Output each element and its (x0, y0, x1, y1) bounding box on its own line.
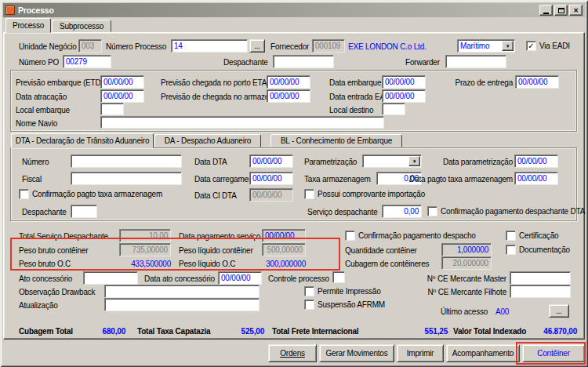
documentacao-checkbox[interactable]: Documentação (506, 245, 570, 255)
data-carregamento-field[interactable]: 00/00/00 (249, 172, 293, 185)
data-pag-servico-field[interactable]: 00/00/00 (262, 229, 306, 242)
processo-window: Processo ✕ Processo Subprocesso Unidade … (0, 0, 588, 367)
ordens-button[interactable]: Ordens (268, 344, 317, 362)
previsao-embarque-label: Previsão embarque (ETD) (16, 78, 103, 87)
quantidade-conteiner-field[interactable]: 1,000000 (441, 243, 492, 256)
local-destino-label: Local destino (329, 106, 373, 114)
despachante-field[interactable] (273, 55, 334, 68)
conf-pag-despacho-label: Confirmação pagamento despacho (358, 231, 476, 240)
quantidade-conteiner-label: Quantidade contêiner (345, 246, 417, 255)
forwarder-label: Forwarder (405, 58, 440, 67)
acompanhamento-button[interactable]: Acompanhamento (446, 344, 520, 362)
close-icon: ✕ (573, 7, 579, 14)
numero-po-field[interactable]: 00279 (63, 55, 111, 68)
permite-impressao-checkbox[interactable]: Permite Impressão (304, 286, 381, 296)
ultimo-acesso-label: Último acesso (441, 307, 488, 316)
numero-po-label: Número PO (19, 58, 59, 67)
dta-numero-field[interactable] (71, 154, 182, 168)
valor-total-indexado-value: 46.870,00 (533, 327, 577, 336)
data-dta-field[interactable]: 00/00/00 (249, 154, 293, 168)
modal-combobox[interactable]: Marítimo ▼ (457, 39, 515, 53)
data-ato-field[interactable]: 00/00/00 (218, 271, 262, 285)
via-eadi-label: Via EADI (539, 41, 570, 50)
numero-processo-browse-button[interactable]: ... (249, 39, 265, 53)
data-pagto-taxa-field[interactable]: 00/00/00 (514, 172, 558, 185)
ce-mercante-filhote-field[interactable] (510, 285, 571, 298)
gerar-movimentos-button[interactable]: Gerar Movimentos (319, 344, 394, 362)
observacao-drawback-field[interactable] (104, 285, 260, 298)
possui-comprovante-checkbox[interactable]: Possui comprovante importação (304, 189, 425, 199)
dropdown-arrow-icon[interactable]: ▼ (408, 156, 420, 166)
data-ci-dta-field[interactable]: 00/00/00 (249, 188, 293, 202)
unidade-negocio-field[interactable]: 003 (78, 39, 102, 53)
data-embarque-field[interactable]: 00/00/00 (382, 75, 426, 89)
data-embarque-label: Data embarque (329, 78, 381, 87)
conf-pag-despachante-checkbox[interactable]: Confirmação pagamento despachante DTA (427, 206, 585, 216)
total-servico-label: Total Serviço Despachante (19, 232, 108, 241)
minimize-button[interactable] (539, 5, 553, 16)
numero-processo-field[interactable]: 14 (171, 39, 248, 53)
data-pag-servico-label: Data pagamento serviço (179, 232, 260, 241)
previsao-chegada-porto-field[interactable]: 00/00/00 (267, 75, 310, 89)
peso-bruto-oc-value: 433,500000 (119, 260, 171, 268)
conteiner-button[interactable]: Contêiner (522, 344, 585, 362)
previsao-embarque-field[interactable]: 00/00/00 (100, 75, 144, 89)
window-title: Processo (18, 5, 536, 15)
ultimo-acesso-browse-button[interactable]: ... (549, 304, 569, 318)
controle-processo-field[interactable] (332, 271, 345, 283)
checkbox-unchecked (19, 189, 29, 199)
dta-despachante-label: Despachante (22, 208, 67, 216)
local-embarque-field[interactable] (100, 103, 124, 115)
fornecedor-field[interactable]: 000109 (312, 39, 345, 53)
data-parametrizacao-field[interactable]: 00/00/00 (514, 154, 558, 168)
prazo-entrega-field[interactable]: 00/00/00 (515, 75, 559, 89)
servico-despachante-field[interactable]: 0,00 (382, 205, 422, 218)
suspensao-afrmm-label: Suspensão AFRMM (318, 300, 385, 309)
ato-concessorio-field[interactable] (83, 271, 138, 285)
nome-navio-field[interactable] (100, 116, 384, 129)
parametrizacao-combobox[interactable]: ▼ (362, 154, 422, 168)
total-taxa-capatazia-label: Total Taxa Capatazia (137, 327, 210, 336)
ce-mercante-master-label: Nº CE Mercante Master (427, 274, 506, 283)
imprimir-button[interactable]: Imprimir (397, 344, 444, 362)
data-entrada-eadi-field[interactable]: 00/00/00 (382, 89, 426, 103)
certificacao-checkbox[interactable]: Certificação (506, 231, 558, 241)
checkbox-unchecked (506, 231, 516, 241)
unidade-negocio-label: Unidade Negócio (19, 42, 77, 51)
peso-bruto-conteiner-field[interactable]: 735,00000 (119, 243, 171, 256)
conf-pag-despachante-label: Confirmação pagamento despachante DTA (441, 206, 585, 216)
despachante-label: Despachante (223, 58, 268, 67)
checkbox-unchecked (304, 189, 314, 199)
atualizacao-field[interactable] (104, 298, 260, 311)
cubagem-conteineres-label: Cubagem de contêineres (345, 260, 429, 268)
via-eadi-checkbox[interactable]: ✓ Via EADI (526, 41, 570, 51)
ato-concessorio-label: Ato concessório (19, 274, 72, 283)
data-atracacao-field[interactable]: 00/00/00 (100, 89, 144, 103)
conf-pagto-taxa-checkbox[interactable]: Confirmação pagto taxa armazenagem (19, 189, 162, 199)
suspensao-afrmm-checkbox[interactable]: Suspensão AFRMM (304, 300, 385, 310)
tab-subprocesso[interactable]: Subprocesso (52, 20, 111, 32)
fiscal-field[interactable] (71, 172, 182, 185)
titlebar[interactable]: Processo ✕ (3, 3, 585, 17)
atualizacao-label: Atualização (19, 301, 58, 310)
checkbox-unchecked (506, 245, 516, 255)
tab-dta[interactable]: DTA - Declaração de Trânsito Aduaneiro (11, 133, 154, 148)
tab-bl[interactable]: BL - Conhecimento de Embarque (270, 134, 402, 147)
ce-mercante-master-field[interactable] (510, 271, 571, 285)
dta-despachante-field[interactable] (71, 205, 97, 218)
conf-pag-despacho-checkbox[interactable]: Confirmação pagamento despacho (345, 231, 476, 241)
tab-processo[interactable]: Processo (5, 18, 51, 33)
close-button[interactable]: ✕ (569, 5, 583, 16)
tab-da[interactable]: DA - Despacho Aduaneiro (154, 134, 261, 147)
maximize-button[interactable] (554, 5, 568, 16)
forwarder-field[interactable] (445, 55, 506, 68)
dta-numero-label: Número (22, 158, 49, 166)
peso-liquido-conteiner-field[interactable]: 500,00000 (262, 243, 306, 256)
documentacao-label: Documentação (519, 245, 570, 254)
previsao-chegada-armazem-field[interactable]: 00/00/00 (267, 89, 310, 103)
local-destino-field[interactable] (382, 103, 405, 115)
total-servico-field[interactable]: 10,00 (119, 229, 171, 242)
local-embarque-label: Local embarque (16, 106, 70, 114)
dropdown-arrow-icon[interactable]: ▼ (502, 41, 514, 51)
cubagem-conteineres-field[interactable]: 20,000000 (441, 256, 492, 270)
